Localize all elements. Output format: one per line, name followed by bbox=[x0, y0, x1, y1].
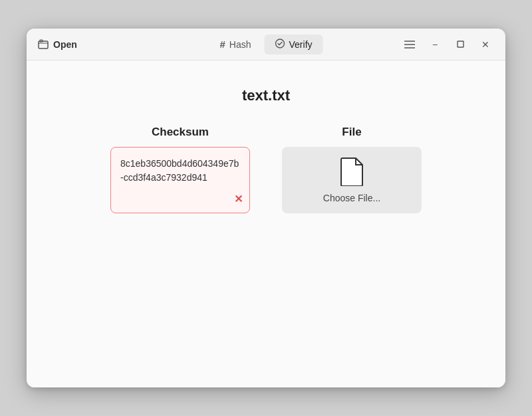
checksum-value: 8c1eb36500bd4d604349e7b-ccd3f4a3c7932d94… bbox=[120, 158, 239, 183]
checksum-clear-button[interactable]: ✕ bbox=[234, 191, 243, 207]
panels-container: Checksum 8c1eb36500bd4d604349e7b-ccd3f4a… bbox=[110, 126, 422, 213]
choose-file-button[interactable]: Choose File... bbox=[282, 147, 422, 213]
minimize-button[interactable]: − bbox=[426, 35, 444, 54]
main-content: text.txt Checksum 8c1eb36500bd4d604349e7… bbox=[27, 60, 505, 387]
menu-button[interactable] bbox=[400, 35, 419, 54]
svg-point-2 bbox=[276, 39, 285, 48]
open-icon bbox=[37, 39, 49, 51]
hash-tab-label: Hash bbox=[229, 39, 251, 50]
open-label: Open bbox=[53, 39, 77, 50]
tab-verify[interactable]: Verify bbox=[265, 35, 323, 54]
close-icon: ✕ bbox=[481, 39, 489, 50]
titlebar: Open # Hash Verify bbox=[27, 29, 505, 60]
file-label: File bbox=[342, 126, 361, 139]
file-title: text.txt bbox=[242, 87, 290, 104]
file-panel: File Choose File... bbox=[282, 126, 422, 213]
checksum-panel: Checksum 8c1eb36500bd4d604349e7b-ccd3f4a… bbox=[110, 126, 250, 213]
svg-rect-6 bbox=[458, 41, 464, 47]
maximize-icon bbox=[457, 39, 464, 50]
verify-tab-label: Verify bbox=[289, 39, 313, 50]
minimize-icon: − bbox=[432, 39, 438, 50]
file-doc-icon bbox=[340, 157, 364, 186]
hash-icon: # bbox=[219, 39, 225, 50]
choose-file-label: Choose File... bbox=[323, 193, 380, 203]
checksum-label: Checksum bbox=[152, 126, 209, 139]
checksum-input[interactable]: 8c1eb36500bd4d604349e7b-ccd3f4a3c7932d94… bbox=[110, 147, 250, 213]
open-button[interactable]: Open bbox=[37, 39, 77, 51]
verify-icon bbox=[275, 39, 285, 51]
window-controls: − ✕ bbox=[400, 35, 495, 54]
tab-group: # Hash Verify bbox=[209, 35, 323, 54]
app-window: Open # Hash Verify bbox=[27, 29, 505, 387]
tab-hash[interactable]: # Hash bbox=[209, 35, 261, 54]
maximize-button[interactable] bbox=[451, 35, 469, 54]
svg-rect-0 bbox=[39, 41, 48, 49]
close-button[interactable]: ✕ bbox=[476, 35, 495, 54]
